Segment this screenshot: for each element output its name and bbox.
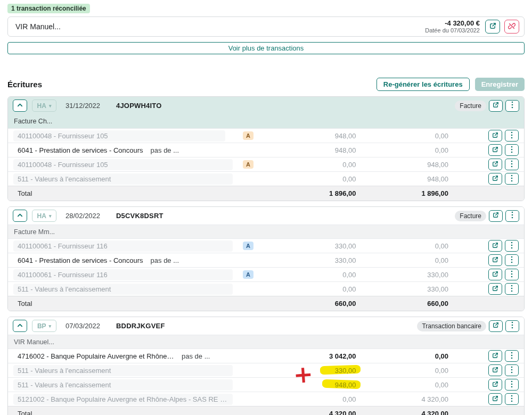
credit-value: 330,00 (356, 285, 456, 293)
row-menu-button[interactable] (505, 350, 519, 362)
open-row-button[interactable] (488, 379, 502, 391)
kebab-menu-icon (511, 175, 513, 184)
entry-type-badge: Facture (455, 211, 486, 221)
entry-row: 6041 - Prestation de services - Concours… (8, 143, 524, 157)
save-button[interactable]: Enregistrer (475, 78, 525, 91)
total-label: Total (13, 410, 32, 415)
chevron-down-icon: ▾ (49, 103, 52, 109)
debit-value-highlighted: 948,00 (264, 381, 356, 389)
kebab-menu-icon (511, 101, 513, 110)
external-link-icon (493, 102, 499, 110)
credit-value: 0,00 (356, 352, 456, 360)
account-field: 401100048 - Fournisseur 105 (13, 159, 233, 170)
kebab-menu-icon (511, 270, 513, 279)
kebab-menu-icon (511, 395, 513, 404)
account-label: 511 - Valeurs à l'encaissement (13, 379, 233, 391)
row-note: pas de ... (182, 352, 210, 360)
entry-menu-button[interactable] (505, 320, 519, 332)
row-menu-button[interactable] (505, 173, 519, 185)
reconciled-count-badge: 1 transaction réconciliée (7, 4, 90, 13)
open-row-button[interactable] (488, 269, 502, 280)
account-label: 4716002 - Banque Populaire Auvergne et R… (13, 352, 174, 360)
open-row-button[interactable] (488, 130, 502, 142)
row-menu-button[interactable] (505, 364, 519, 376)
account-label: 511 - Valeurs à l'encaissement (13, 365, 233, 376)
entry-menu-button[interactable] (505, 100, 519, 112)
open-row-button[interactable] (488, 254, 502, 266)
kebab-menu-icon (511, 256, 513, 265)
journal-select[interactable]: BP▾ (32, 320, 56, 332)
open-entry-button[interactable] (489, 100, 503, 112)
entry-menu-button[interactable] (505, 210, 519, 222)
unlink-icon (508, 22, 515, 31)
total-label: Total (13, 189, 32, 197)
row-menu-button[interactable] (505, 283, 519, 295)
open-row-button[interactable] (488, 159, 502, 170)
chevron-down-icon: ▾ (49, 213, 52, 219)
transaction-label: VIR Manuel... (15, 22, 421, 31)
open-row-button[interactable] (488, 364, 502, 376)
kebab-menu-icon (511, 242, 513, 251)
debit-value: 0,00 (264, 161, 356, 169)
entry-row: 4716002 - Banque Populaire Auvergne et R… (8, 348, 524, 363)
transaction-date: Datée du 07/03/2022 (425, 27, 480, 34)
open-row-button[interactable] (488, 240, 502, 252)
total-debit: 1 896,00 (264, 189, 356, 197)
external-link-icon (492, 395, 498, 403)
account-field: 401100061 - Fournisseur 116 (13, 269, 233, 280)
account-field[interactable]: 4716002 - Banque Populaire Auvergne et R… (13, 352, 233, 360)
total-row: Total 1 896,00 1 896,00 (8, 186, 524, 201)
entry-row: 401100061 - Fournisseur 116 A 0,00 330,0… (8, 267, 524, 281)
account-field[interactable]: 6041 - Prestation de services - Concours… (13, 146, 233, 154)
account-label: 401100048 - Fournisseur 105 (13, 130, 225, 142)
entry-row: 6041 - Prestation de services - Concours… (8, 253, 524, 267)
open-row-button[interactable] (488, 283, 502, 295)
account-label: 401100061 - Fournisseur 116 (13, 269, 233, 280)
open-row-button[interactable] (488, 173, 502, 185)
open-row-button[interactable] (488, 393, 502, 405)
credit-value: 0,00 (356, 367, 456, 375)
entry-row: 401100061 - Fournisseur 116 A 330,00 0,0… (8, 238, 524, 253)
entry-description: Facture Ch... (8, 114, 524, 128)
open-row-button[interactable] (488, 144, 502, 156)
collapse-button[interactable] (13, 210, 27, 222)
open-row-button[interactable] (488, 350, 502, 362)
kebab-menu-icon (511, 321, 513, 330)
kebab-menu-icon (511, 211, 513, 220)
row-menu-button[interactable] (505, 159, 519, 170)
account-field: 5121002 - Banque Populaire Auvergne et R… (13, 394, 233, 405)
journal-select[interactable]: HA▾ (32, 210, 56, 222)
account-field[interactable]: 6041 - Prestation de services - Concours… (13, 256, 233, 264)
entry-row: 511 - Valeurs à l'encaissement 330,00 0,… (8, 363, 524, 377)
row-menu-button[interactable] (505, 144, 519, 156)
entry-card-2-header: HA▾ 28/02/2022 D5CVK8DSRT Facture (8, 207, 524, 225)
row-menu-button[interactable] (505, 240, 519, 252)
external-link-icon (489, 22, 496, 31)
row-menu-button[interactable] (505, 130, 519, 142)
analytic-tag: A (243, 270, 253, 279)
open-transaction-button[interactable] (485, 20, 500, 34)
collapse-button[interactable] (13, 320, 27, 332)
row-menu-button[interactable] (505, 379, 519, 391)
collapse-button[interactable] (13, 99, 27, 112)
row-menu-button[interactable] (505, 269, 519, 280)
entry-date: 31/12/2022 (66, 102, 111, 110)
regenerate-entries-button[interactable]: Re-générer les écritures (377, 78, 470, 91)
entry-card-3-header: BP▾ 07/03/2022 BDDRJKGVEF Transaction ba… (8, 317, 524, 335)
total-label: Total (13, 300, 32, 308)
external-link-icon (493, 322, 499, 330)
unreconcile-button[interactable] (504, 20, 519, 34)
account-label: 5121002 - Banque Populaire Auvergne et R… (13, 394, 233, 405)
transaction-amount-block: -4 320,00 € Datée du 07/03/2022 (425, 19, 480, 34)
kebab-menu-icon (511, 380, 513, 389)
entries-title: Écritures (7, 80, 377, 89)
entry-card-3: + BP▾ 07/03/2022 BDDRJKGVEF Transaction … (7, 317, 525, 415)
row-menu-button[interactable] (505, 393, 519, 405)
open-entry-button[interactable] (489, 210, 503, 222)
row-menu-button[interactable] (505, 254, 519, 266)
open-entry-button[interactable] (489, 320, 503, 332)
entries-header: Écritures Re-générer les écritures Enreg… (7, 78, 525, 91)
journal-select[interactable]: HA▾ (32, 99, 56, 112)
external-link-icon (492, 132, 498, 140)
more-transactions-button[interactable]: Voir plus de transactions (7, 42, 525, 54)
